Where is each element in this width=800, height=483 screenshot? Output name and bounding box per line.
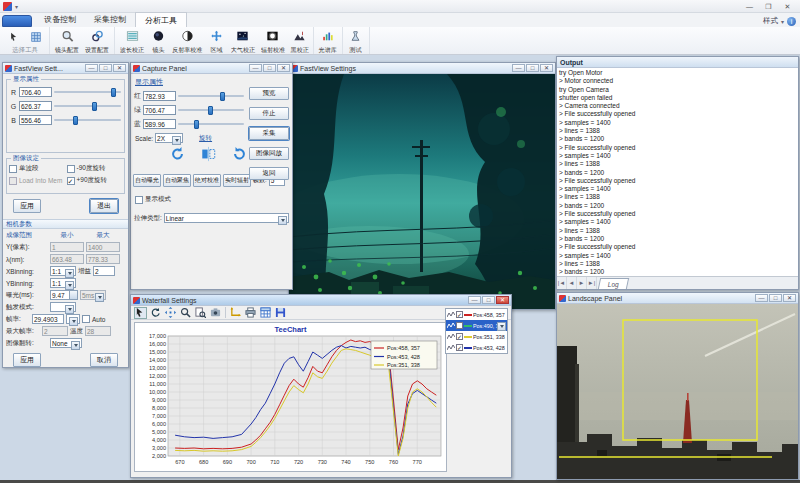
fastview-close-button[interactable]: ✕ [540,64,553,72]
framerate-select[interactable] [66,314,80,324]
ribbon-button-grid[interactable] [26,28,46,46]
landscape-close-button[interactable]: ✕ [783,294,796,302]
framerate-auto-checkbox[interactable] [82,315,90,323]
fastview-window-titlebar[interactable]: FastView Settings — □ ✕ [289,63,555,74]
xbinning-select[interactable]: 1:1 [50,266,76,276]
file-menu-button[interactable] [2,15,32,27]
checkbox-+90度旋转[interactable]: ✓ [67,177,75,185]
fvs-slider-track[interactable] [54,91,121,93]
ribbon-button-测试[interactable]: 测试 [346,28,366,55]
action-button-停止[interactable]: 停止 [249,107,289,120]
fvs-slider-thumb[interactable] [92,102,97,111]
wf-print-button[interactable] [244,307,257,319]
tab-设备控制[interactable]: 设备控制 [35,12,85,27]
action-button-采集[interactable]: 采集 [249,127,289,140]
fvs-wavelength-input[interactable]: 626.37 [19,101,52,111]
wf-zoom-page-button[interactable] [194,307,207,319]
capture-minimize-button[interactable]: — [249,64,262,72]
fastview-settings-titlebar[interactable]: FastView Sett... — □ ✕ [3,63,128,74]
fvs-close-button[interactable]: ✕ [113,64,126,72]
camera-params-header[interactable]: 相机参数 [3,219,128,229]
action-button-返回[interactable]: 返回 [249,167,289,180]
ribbon-button-设置配置[interactable]: 设置配置 [83,28,111,55]
ribbon-button-镜头配置[interactable]: 镜头配置 [53,28,81,55]
tab-scroll-next-button[interactable]: ► [577,277,587,289]
landscape-camera-scene[interactable] [557,304,798,479]
fvs-maximize-button[interactable]: □ [99,64,112,72]
fastview-maximize-button[interactable]: □ [526,64,539,72]
stretch-type-select[interactable]: Linear [164,213,289,223]
capture-close-button[interactable]: ✕ [277,64,290,72]
series-checkbox[interactable]: ✓ [456,333,463,340]
wf-cursor-button[interactable] [134,307,147,319]
wf-depth-button[interactable] [229,307,242,319]
series-checkbox[interactable]: ✓ [456,311,463,318]
ribbon-button-区域[interactable]: 区域 [207,28,227,55]
series-row[interactable]: ✓Pos:351, 338 [446,331,507,342]
tab-scroll-prev-button[interactable]: ◄ [567,277,577,289]
tab-分析工具[interactable]: 分析工具 [135,12,187,27]
fvs-slider-track[interactable] [54,105,121,107]
help-icon[interactable]: i [787,17,796,26]
tab-scroll-first-button[interactable]: |◄ [557,277,567,289]
capture-wavelength-input[interactable]: 706.47 [143,105,176,115]
tab-log[interactable]: Log [598,278,629,289]
fvs-exit-button[interactable]: 退出 [90,199,118,213]
fvs-minimize-button[interactable]: — [85,64,98,72]
capture-wavelength-input[interactable]: 589.96 [143,119,176,129]
scale-select[interactable]: 2X [155,133,183,143]
ribbon-button-反射率校准[interactable]: 反射率校准 [170,28,205,55]
fvs-wavelength-input[interactable]: 556.46 [19,115,52,125]
exposure-spinner[interactable]: 9.47 [50,290,78,300]
tool-button-自动曝光[interactable]: 自动曝光 [133,174,161,187]
rotate-right-icon[interactable] [231,146,248,166]
style-caret-icon[interactable]: ▾ [781,18,784,25]
rotate-left-icon[interactable] [169,146,186,166]
ribbon-button-黑校正[interactable]: 黑校正 [289,28,311,55]
ribbon-button-镜头[interactable]: 镜头 [148,28,168,55]
capture-slider-track[interactable] [178,123,244,125]
display-mode-checkbox[interactable] [135,196,143,204]
tool-button-实时辐射[interactable]: 实时辐射 [223,174,251,187]
tab-scroll-last-button[interactable]: ►| [587,277,597,289]
fastview-minimize-button[interactable]: — [512,64,525,72]
wf-rotate-button[interactable] [149,307,162,319]
fvs-apply-button[interactable]: 应用 [13,199,41,213]
landscape-maximize-button[interactable]: □ [769,294,782,302]
waterfall-minimize-button[interactable]: — [468,296,481,304]
wf-grid-button[interactable] [259,307,272,319]
action-button-图像回放[interactable]: 图像回放 [249,147,289,160]
camera-apply-button[interactable]: 应用 [13,353,41,367]
quick-access-caret-icon[interactable]: ▾ [15,3,18,10]
wf-save-button[interactable] [274,307,287,319]
capture-slider-track[interactable] [178,109,244,111]
ribbon-button-cursor[interactable] [4,28,24,46]
window-restore-button[interactable]: ❐ [759,1,778,12]
framerate-field[interactable]: 29.4903 [32,314,64,324]
capture-slider-thumb[interactable] [208,106,213,115]
action-button-预览[interactable]: 预览 [249,87,289,100]
capture-maximize-button[interactable]: □ [263,64,276,72]
tool-button-自动聚焦[interactable]: 自动聚焦 [163,174,191,187]
checkbox--90度旋转[interactable] [67,165,75,173]
checkbox-单波段[interactable] [9,165,17,173]
series-row[interactable]: ✓Pos:453, 428 [446,342,507,353]
ribbon-button-辐射校准[interactable]: 辐射校准 [259,28,287,55]
ribbon-button-光谱库[interactable]: 光谱库 [317,28,339,55]
capture-panel-titlebar[interactable]: Capture Panel — □ ✕ [131,63,292,74]
gain-field[interactable]: 2 [93,266,115,276]
landscape-panel-titlebar[interactable]: Landscape Panel — □ ✕ [557,293,798,304]
trigger-mode-select[interactable] [50,302,76,312]
wf-snapshot-button[interactable] [209,307,222,319]
series-row[interactable]: ✓Pos:458, 357 [446,309,507,320]
camera-cancel-button[interactable]: 取消 [90,353,118,367]
waterfall-close-button[interactable]: ✕ [496,296,509,304]
capture-display-properties-link[interactable]: 显示属性 [135,77,288,87]
series-checkbox[interactable] [456,322,463,329]
wf-pan-button[interactable] [164,307,177,319]
wf-zoom-button[interactable] [179,307,192,319]
series-checkbox[interactable]: ✓ [456,344,463,351]
image-flip-select[interactable]: None [50,338,82,348]
fvs-wavelength-input[interactable]: 706.40 [19,87,52,97]
capture-slider-thumb[interactable] [194,120,199,129]
